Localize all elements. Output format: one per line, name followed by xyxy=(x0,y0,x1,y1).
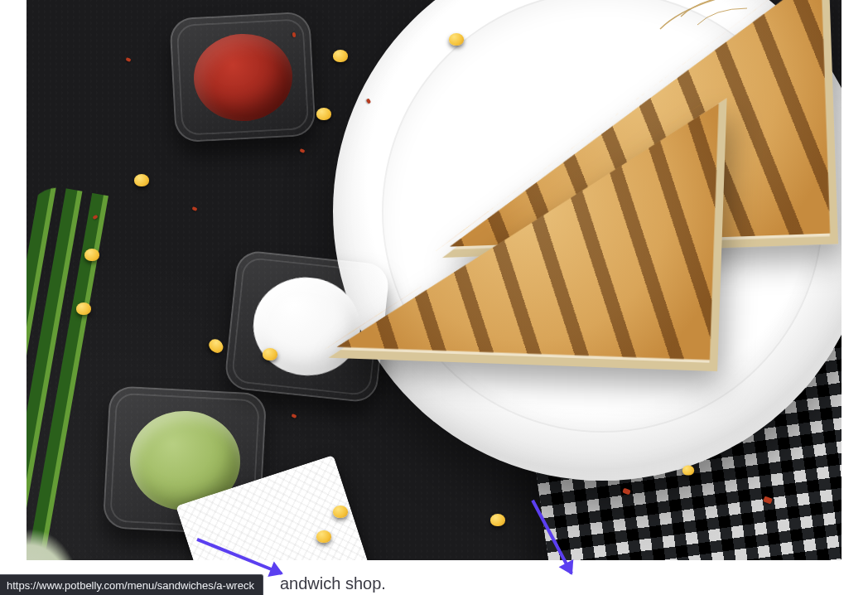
corn-kernel xyxy=(333,50,348,62)
corn-kernel xyxy=(490,514,505,526)
chili-flake xyxy=(191,206,197,211)
link-preview-tooltip: https://www.potbelly.com/menu/sandwiches… xyxy=(0,574,263,595)
sandwich-half-front xyxy=(328,85,726,371)
chili-flake xyxy=(291,414,297,418)
chili-flake xyxy=(292,32,297,38)
chili-flake xyxy=(299,148,305,153)
corn-kernel xyxy=(84,249,99,261)
chili-flake xyxy=(125,57,131,62)
corn-kernel xyxy=(206,336,225,356)
corn-kernel xyxy=(316,530,331,543)
article-body-fragment: andwich shop. xyxy=(280,574,386,593)
corn-kernel xyxy=(263,348,277,360)
corn-kernel xyxy=(682,466,694,476)
corn-kernel xyxy=(333,506,348,518)
corn-kernel xyxy=(316,108,331,120)
ketchup-cup xyxy=(169,12,316,143)
corn-kernel xyxy=(76,302,91,315)
article-hero-image xyxy=(27,0,841,560)
corn-kernel xyxy=(134,174,149,186)
